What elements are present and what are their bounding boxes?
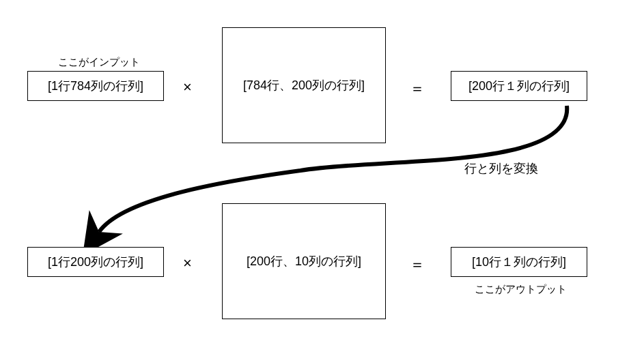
output-annotation: ここがアウトプット (475, 283, 567, 296)
matrix-text-5: [200行、10列の行列] (247, 253, 361, 269)
matrix-box-output: [10行１列の行列] (451, 247, 587, 277)
times-operator-2: × (183, 254, 192, 272)
matrix-box-hidden-t: [1行200列の行列] (27, 247, 164, 277)
matrix-box-weight2: [200行、10列の行列] (222, 203, 386, 319)
equals-operator-2: ＝ (410, 254, 425, 275)
convert-annotation: 行と列を変換 (464, 160, 538, 177)
matrix-text-6: [10行１列の行列] (472, 254, 566, 270)
matrix-text-4: [1行200列の行列] (48, 254, 143, 270)
